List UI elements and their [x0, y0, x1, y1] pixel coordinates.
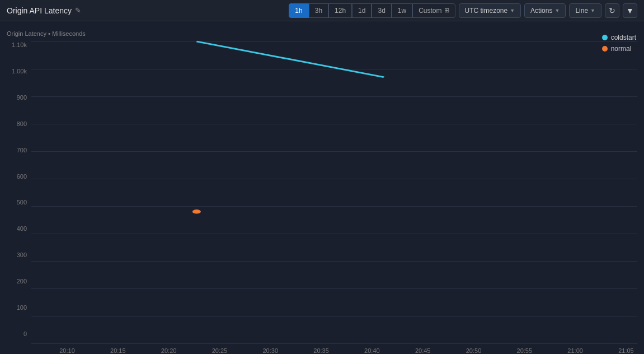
- x-tick: 21:05: [615, 347, 637, 354]
- time-controls: 1h3h12h1d3d1wCustom ⊞ UTC timezone ▼ Act…: [289, 3, 637, 18]
- normal-dot: [192, 209, 201, 214]
- y-tick: 100: [7, 304, 31, 311]
- y-tick: 900: [7, 94, 31, 101]
- time-btn-12h[interactable]: 12h: [328, 3, 352, 18]
- y-tick: 600: [7, 173, 31, 180]
- y-tick: 700: [7, 147, 31, 153]
- chevron-down-icon: ▼: [626, 6, 634, 15]
- timezone-label: UTC timezone: [465, 7, 508, 15]
- legend-label: coldstart: [611, 34, 636, 41]
- x-tick: 20:35: [310, 347, 332, 354]
- legend-dot: [602, 35, 608, 40]
- refresh-button[interactable]: ↻: [605, 3, 619, 18]
- y-axis-label: Origin Latency • Milliseconds: [7, 30, 637, 37]
- y-tick: 200: [7, 278, 31, 285]
- chart-type-dropdown[interactable]: Line ▼: [569, 3, 601, 18]
- y-tick: 300: [7, 251, 31, 258]
- title-area: Origin API Latency ✎: [7, 6, 96, 15]
- chart-container: Origin Latency • Milliseconds 1.10k1.00k…: [0, 21, 644, 354]
- legend-item: coldstart: [602, 34, 636, 41]
- time-btn-3d[interactable]: 3d: [372, 3, 391, 18]
- x-tick: 20:45: [412, 347, 434, 354]
- refresh-icon: ↻: [609, 6, 615, 15]
- time-btn-custom[interactable]: Custom ⊞: [412, 3, 455, 18]
- y-tick: 800: [7, 120, 31, 127]
- x-tick: 20:20: [158, 347, 180, 354]
- x-tick: 20:10: [56, 347, 78, 354]
- actions-arrow-icon: ▼: [554, 8, 560, 13]
- x-tick: 21:00: [564, 347, 586, 354]
- time-btn-1d[interactable]: 1d: [352, 3, 372, 18]
- x-tick: 20:55: [513, 347, 535, 354]
- grid-line: [31, 343, 637, 344]
- y-tick: 1.10k: [7, 41, 31, 48]
- time-btn-1w[interactable]: 1w: [392, 3, 412, 18]
- expand-button[interactable]: ▼: [623, 3, 637, 18]
- time-btn-3h[interactable]: 3h: [309, 3, 328, 18]
- chart-area: 1.10k1.00k9008007006005004003002001000 2…: [7, 41, 637, 354]
- chart-type-label: Line: [575, 7, 588, 15]
- y-tick: 500: [7, 199, 31, 206]
- x-tick: 20:30: [259, 347, 281, 354]
- legend-item: normal: [602, 45, 636, 53]
- timezone-arrow-icon: ▼: [510, 8, 515, 13]
- y-tick: 1.00k: [7, 68, 31, 74]
- coldstart-line: [196, 41, 384, 77]
- timezone-dropdown[interactable]: UTC timezone ▼: [459, 3, 521, 18]
- chart-plot: [31, 41, 637, 344]
- edit-icon[interactable]: ✎: [75, 6, 81, 15]
- x-axis: 20:1020:1520:2020:2520:3020:3520:4020:45…: [31, 344, 637, 354]
- x-tick: 20:50: [463, 347, 485, 354]
- time-btn-1h[interactable]: 1h: [289, 3, 308, 18]
- chart-svg: [31, 41, 637, 343]
- y-axis: 1.10k1.00k9008007006005004003002001000: [7, 41, 31, 354]
- y-tick: 400: [7, 225, 31, 232]
- actions-label: Actions: [530, 7, 552, 15]
- legend-label: normal: [611, 45, 632, 53]
- x-tick: 20:25: [208, 347, 231, 354]
- y-tick: 0: [7, 330, 31, 337]
- header-bar: Origin API Latency ✎ 1h3h12h1d3d1wCustom…: [0, 0, 644, 21]
- legend: coldstartnormal: [602, 34, 636, 53]
- page-title: Origin API Latency: [7, 6, 72, 15]
- chart-type-arrow-icon: ▼: [590, 8, 595, 13]
- actions-dropdown[interactable]: Actions ▼: [524, 3, 566, 18]
- x-tick: 20:15: [107, 347, 129, 354]
- legend-dot: [602, 46, 608, 52]
- x-tick: 20:40: [361, 347, 383, 354]
